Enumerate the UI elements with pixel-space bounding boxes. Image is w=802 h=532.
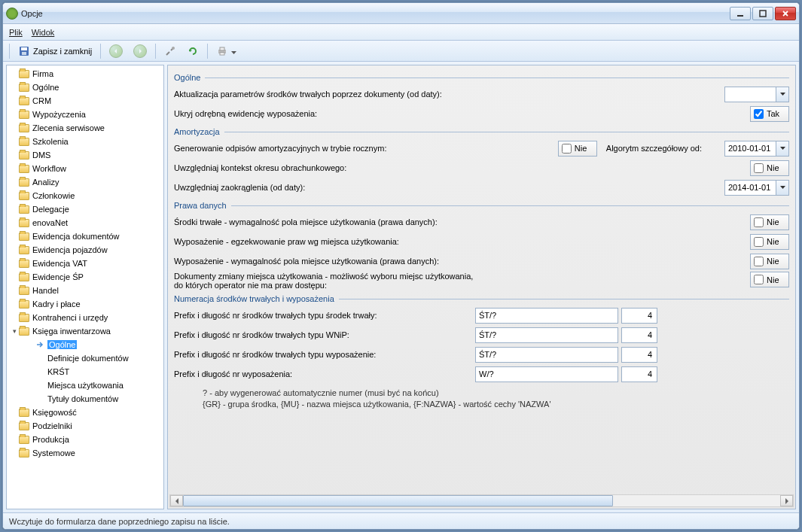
- print-button[interactable]: [212, 43, 240, 59]
- tree-item[interactable]: Szkolenia: [7, 135, 163, 148]
- chevron-down-icon[interactable]: [776, 87, 788, 102]
- tree-item[interactable]: Analizy: [7, 175, 163, 189]
- minimize-button[interactable]: [730, 7, 751, 20]
- folder-icon: [19, 409, 29, 417]
- tree-item[interactable]: Handel: [7, 284, 163, 297]
- label-doc-change1: Dokumenty zmiany miejsca użytkowania - m…: [174, 272, 480, 281]
- input-len-w[interactable]: 4: [621, 366, 657, 382]
- collapse-icon[interactable]: ▾: [10, 327, 19, 336]
- checkbox-icon[interactable]: [754, 257, 764, 266]
- horizontal-scrollbar[interactable]: [169, 494, 794, 507]
- scroll-left-icon[interactable]: [170, 495, 183, 506]
- input-len-equip[interactable]: 4: [621, 347, 657, 363]
- check-hide-equip[interactable]: Tak: [750, 106, 789, 122]
- tools-button[interactable]: [160, 43, 180, 59]
- folder-icon: [19, 192, 29, 200]
- check-equip-required[interactable]: Nie: [750, 254, 789, 269]
- checkbox-icon[interactable]: [754, 237, 764, 247]
- arrow-left-icon: [109, 44, 123, 58]
- combo-algo-date[interactable]: 2010-01-01: [724, 141, 789, 157]
- tree-item[interactable]: Ewidencja VAT: [7, 257, 163, 270]
- tree-item[interactable]: CRM: [7, 94, 163, 108]
- input-prefix-equip[interactable]: ŚT/?: [475, 347, 618, 363]
- chevron-down-icon[interactable]: [776, 141, 788, 156]
- input-prefix-fa[interactable]: ŚT/?: [475, 308, 618, 324]
- tree-item[interactable]: Kadry i płace: [7, 297, 163, 311]
- tree-item[interactable]: DMS: [7, 148, 163, 162]
- menu-file[interactable]: Plik: [9, 28, 23, 37]
- tree-item[interactable]: Delegacje: [7, 202, 163, 216]
- label-prefix-w: Prefix i długość nr wyposażenia:: [174, 369, 475, 378]
- maximize-button[interactable]: [752, 7, 773, 20]
- checkbox-icon[interactable]: [562, 144, 572, 154]
- tree-item-label: Tytuły dokumentów: [47, 394, 118, 403]
- tree-item[interactable]: Produkcja: [7, 433, 163, 446]
- check-doc-change[interactable]: Nie: [750, 272, 789, 287]
- folder-icon: [19, 287, 29, 295]
- expand-icon: [10, 421, 19, 430]
- folder-icon: [19, 178, 29, 187]
- app-icon: [6, 8, 18, 20]
- tree-child-item[interactable]: KRŚT: [7, 365, 163, 378]
- tree-item[interactable]: Kontrahenci i urzędy: [7, 311, 163, 324]
- tree-item[interactable]: Ewidencje ŚP: [7, 270, 163, 284]
- tree-item-label: Ewidencja VAT: [32, 259, 87, 268]
- checkbox-icon[interactable]: [754, 217, 764, 227]
- menu-view[interactable]: Widok: [32, 28, 55, 37]
- tree-item[interactable]: Ogólne: [7, 81, 163, 94]
- tree-item[interactable]: enovaNet: [7, 216, 163, 230]
- titlebar[interactable]: Opcje: [3, 3, 799, 24]
- expand-icon: [10, 448, 19, 458]
- tree-child-item[interactable]: Ogólne: [7, 338, 163, 351]
- check-period-ctx[interactable]: Nie: [750, 160, 789, 176]
- chevron-down-icon[interactable]: [776, 181, 788, 195]
- status-text: Wczytuje do formularza dane poprzedniego…: [9, 517, 230, 526]
- tree-child-item[interactable]: Miejsca użytkowania: [7, 378, 163, 392]
- combo-update-date[interactable]: [724, 87, 789, 102]
- refresh-button[interactable]: [183, 43, 203, 59]
- expand-icon: [10, 178, 19, 187]
- check-equip-enforce[interactable]: Nie: [750, 234, 789, 250]
- input-len-wnip[interactable]: 4: [621, 327, 657, 343]
- tree-item[interactable]: Wypożyczenia: [7, 108, 163, 121]
- tree-item[interactable]: Workflow: [7, 162, 163, 175]
- check-gen-annual[interactable]: Nie: [558, 141, 597, 157]
- help-text: ? - aby wygenerować automatycznie numer …: [174, 385, 789, 411]
- label-fa-required: Środki trwałe - wymagalność pola miejsce…: [174, 217, 445, 226]
- check-fa-required[interactable]: Nie: [750, 214, 789, 230]
- input-len-fa[interactable]: 4: [621, 308, 657, 324]
- tree-item[interactable]: Podzielniki: [7, 419, 163, 433]
- scroll-right-icon[interactable]: [780, 495, 793, 506]
- options-window: Opcje Plik Widok Zapisz i zamknij Firma …: [2, 2, 800, 530]
- tree-item[interactable]: Księgowość: [7, 406, 163, 419]
- save-close-button[interactable]: Zapisz i zamknij: [14, 43, 96, 59]
- checkbox-icon[interactable]: [754, 163, 764, 173]
- tree-item[interactable]: Ewidencja dokumentów: [7, 230, 163, 243]
- tree-child-item[interactable]: Definicje dokumentów: [7, 351, 163, 365]
- tree-item[interactable]: Ewidencja pojazdów: [7, 243, 163, 257]
- section-general: Ogólne: [174, 73, 789, 82]
- tree-child-item[interactable]: Tytuły dokumentów: [7, 392, 163, 406]
- expand-icon: [10, 259, 19, 268]
- combo-rounding-date[interactable]: 2014-01-01: [724, 180, 789, 196]
- checkbox-icon[interactable]: [754, 275, 764, 284]
- input-prefix-w[interactable]: W/?: [475, 366, 618, 382]
- expand-icon: [10, 408, 19, 417]
- navigation-tree[interactable]: Firma Ogólne CRM Wypożyczenia Zlecenia s…: [6, 65, 164, 509]
- input-prefix-wnip[interactable]: ŚT/?: [475, 327, 618, 343]
- folder-icon: [19, 138, 29, 146]
- tree-item[interactable]: ▾Księga inwentarzowa: [7, 324, 163, 338]
- nav-forward-button[interactable]: [130, 43, 151, 59]
- checkbox-icon[interactable]: [754, 109, 764, 119]
- tree-item[interactable]: Członkowie: [7, 189, 163, 202]
- tree-item[interactable]: Systemowe: [7, 446, 163, 460]
- close-button[interactable]: [775, 7, 796, 20]
- nav-back-button[interactable]: [105, 43, 127, 59]
- folder-icon: [19, 233, 29, 241]
- scroll-thumb[interactable]: [183, 495, 613, 506]
- tree-item[interactable]: Zlecenia serwisowe: [7, 121, 163, 135]
- tree-item-label: Księgowość: [32, 408, 77, 417]
- tree-item-label: Produkcja: [32, 435, 69, 444]
- tree-item[interactable]: Firma: [7, 67, 163, 81]
- tree-item-label: Ogólne: [47, 340, 77, 349]
